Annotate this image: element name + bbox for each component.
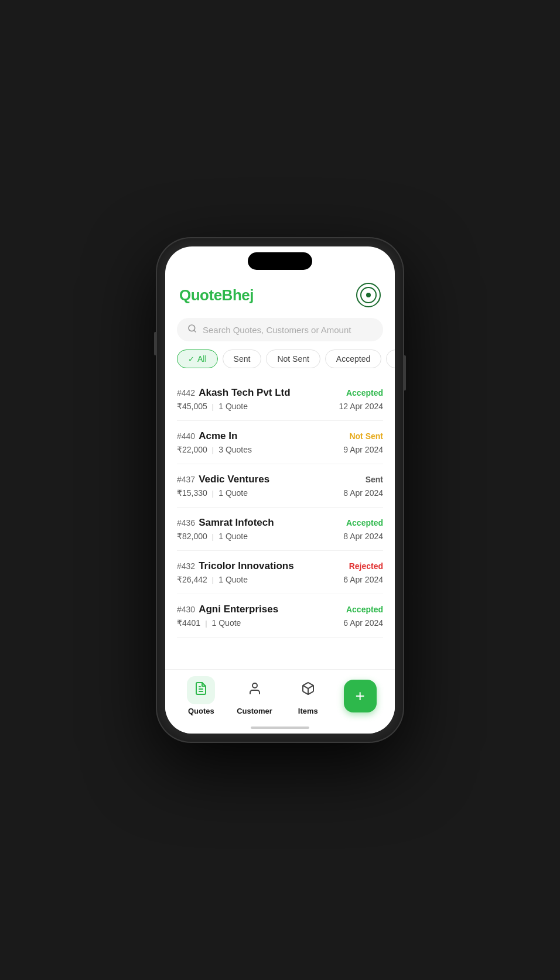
quote-status: Accepted xyxy=(346,388,383,398)
customer-icon xyxy=(248,681,262,699)
quote-amount: ₹82,000 xyxy=(177,532,207,541)
profile-dot xyxy=(366,293,371,297)
nav-customer-label: Customer xyxy=(237,707,272,715)
nav-customer-icon-bg xyxy=(241,676,269,704)
quote-status: Sent xyxy=(366,475,383,484)
filter-tab-accepted-label: Accepted xyxy=(336,354,370,364)
quote-left-top: #436 Samrat Infotech xyxy=(177,517,274,529)
dynamic-island xyxy=(248,252,312,270)
quote-item[interactable]: #442 Akash Tech Pvt Ltd Accepted ₹45,005… xyxy=(177,378,383,421)
meta-divider: | xyxy=(212,402,214,411)
quote-count: 3 Quotes xyxy=(218,445,252,454)
quote-count: 1 Quote xyxy=(218,402,248,411)
quote-left-top: #432 Tricolor Innovations xyxy=(177,560,294,572)
quote-item[interactable]: #440 Acme In Not Sent ₹22,000 | 3 Quotes… xyxy=(177,421,383,464)
quote-meta: ₹82,000 | 1 Quote xyxy=(177,532,248,541)
quote-amount: ₹15,330 xyxy=(177,488,207,498)
bottom-nav: Quotes Customer xyxy=(165,669,395,722)
profile-icon-inner xyxy=(360,287,377,303)
app-logo: QuoteBhej xyxy=(179,286,254,304)
quote-number: #440 xyxy=(177,431,195,441)
filter-tab-sent[interactable]: Sent xyxy=(223,349,262,368)
filter-tab-accepted[interactable]: Accepted xyxy=(325,349,381,368)
quote-item[interactable]: #436 Samrat Infotech Accepted ₹82,000 | … xyxy=(177,508,383,551)
quote-top-row: #440 Acme In Not Sent xyxy=(177,430,383,442)
quote-status: Not Sent xyxy=(349,431,383,441)
nav-item-items[interactable]: Items xyxy=(291,676,326,715)
quote-company: Akash Tech Pvt Ltd xyxy=(199,387,291,399)
home-bar xyxy=(251,727,309,729)
search-placeholder: Search Quotes, Customers or Amount xyxy=(203,325,351,335)
add-plus-icon: + xyxy=(355,688,364,704)
quote-number: #442 xyxy=(177,388,195,398)
quote-bottom-row: ₹26,442 | 1 Quote 6 Apr 2024 xyxy=(177,575,383,584)
quote-item[interactable]: #430 Agni Enterprises Accepted ₹4401 | 1… xyxy=(177,594,383,638)
quote-meta: ₹26,442 | 1 Quote xyxy=(177,575,248,584)
filter-tab-sent-label: Sent xyxy=(234,354,251,364)
quote-date: 9 Apr 2024 xyxy=(343,445,383,454)
quote-bottom-row: ₹4401 | 1 Quote 6 Apr 2024 xyxy=(177,618,383,628)
add-quote-button[interactable]: + xyxy=(344,680,377,712)
quote-bottom-row: ₹22,000 | 3 Quotes 9 Apr 2024 xyxy=(177,445,383,454)
quote-company: Acme In xyxy=(199,430,237,442)
quote-status: Accepted xyxy=(346,605,383,614)
filter-tab-not-sent[interactable]: Not Sent xyxy=(266,349,320,368)
quote-top-row: #442 Akash Tech Pvt Ltd Accepted xyxy=(177,387,383,399)
quote-company: Tricolor Innovations xyxy=(199,560,293,572)
nav-quotes-label: Quotes xyxy=(188,707,214,715)
check-icon: ✓ xyxy=(188,355,194,364)
quote-count: 1 Quote xyxy=(218,488,248,498)
quote-count: 1 Quote xyxy=(212,618,241,628)
quote-left-top: #437 Vedic Ventures xyxy=(177,474,269,485)
quote-left-top: #442 Akash Tech Pvt Ltd xyxy=(177,387,291,399)
quote-list: #442 Akash Tech Pvt Ltd Accepted ₹45,005… xyxy=(165,378,395,669)
quote-amount: ₹4401 xyxy=(177,618,200,628)
nav-quotes-icon-bg xyxy=(187,676,215,704)
quote-bottom-row: ₹82,000 | 1 Quote 8 Apr 2024 xyxy=(177,532,383,541)
meta-divider: | xyxy=(212,575,214,584)
meta-divider: | xyxy=(212,446,214,454)
app-content: QuoteBhej Search Quotes, Cus xyxy=(165,276,395,669)
nav-items-icon-bg xyxy=(294,676,322,704)
quote-amount: ₹22,000 xyxy=(177,445,207,454)
quote-count: 1 Quote xyxy=(218,575,248,584)
quote-meta: ₹22,000 | 3 Quotes xyxy=(177,445,252,454)
filter-tabs: ✓ All Sent Not Sent Accepted Rejected xyxy=(165,349,395,378)
nav-items-label: Items xyxy=(298,707,318,715)
quote-bottom-row: ₹45,005 | 1 Quote 12 Apr 2024 xyxy=(177,402,383,411)
quote-left-top: #440 Acme In xyxy=(177,430,237,442)
meta-divider: | xyxy=(212,532,214,541)
filter-tab-all[interactable]: ✓ All xyxy=(177,349,218,368)
app-header: QuoteBhej xyxy=(165,276,395,313)
svg-point-5 xyxy=(252,683,257,688)
filter-tab-all-label: All xyxy=(197,354,207,364)
profile-button[interactable] xyxy=(356,283,381,307)
quote-company: Samrat Infotech xyxy=(199,517,274,529)
nav-item-quotes[interactable]: Quotes xyxy=(183,676,218,715)
quote-count: 1 Quote xyxy=(218,532,248,541)
quote-date: 8 Apr 2024 xyxy=(343,488,383,498)
svg-line-1 xyxy=(194,330,196,332)
quote-top-row: #437 Vedic Ventures Sent xyxy=(177,474,383,485)
quote-left-top: #430 Agni Enterprises xyxy=(177,604,278,615)
quote-meta: ₹4401 | 1 Quote xyxy=(177,618,241,628)
search-icon xyxy=(187,324,197,335)
search-bar[interactable]: Search Quotes, Customers or Amount xyxy=(177,318,383,341)
meta-divider: | xyxy=(205,619,207,628)
quote-amount: ₹45,005 xyxy=(177,402,207,411)
phone-screen: QuoteBhej Search Quotes, Cus xyxy=(165,246,395,734)
quote-number: #430 xyxy=(177,605,195,614)
quote-number: #432 xyxy=(177,561,195,571)
quote-item[interactable]: #432 Tricolor Innovations Rejected ₹26,4… xyxy=(177,551,383,594)
quote-meta: ₹45,005 | 1 Quote xyxy=(177,402,248,411)
quote-amount: ₹26,442 xyxy=(177,575,207,584)
nav-item-customer[interactable]: Customer xyxy=(237,676,272,715)
quote-top-row: #436 Samrat Infotech Accepted xyxy=(177,517,383,529)
filter-tab-not-sent-label: Not Sent xyxy=(277,354,309,364)
quote-item[interactable]: #437 Vedic Ventures Sent ₹15,330 | 1 Quo… xyxy=(177,464,383,508)
home-indicator xyxy=(165,722,395,734)
quote-date: 6 Apr 2024 xyxy=(343,618,383,628)
filter-tab-rejected[interactable]: Rejected xyxy=(386,349,395,368)
quote-company: Vedic Ventures xyxy=(199,474,269,485)
search-container: Search Quotes, Customers or Amount xyxy=(165,313,395,349)
